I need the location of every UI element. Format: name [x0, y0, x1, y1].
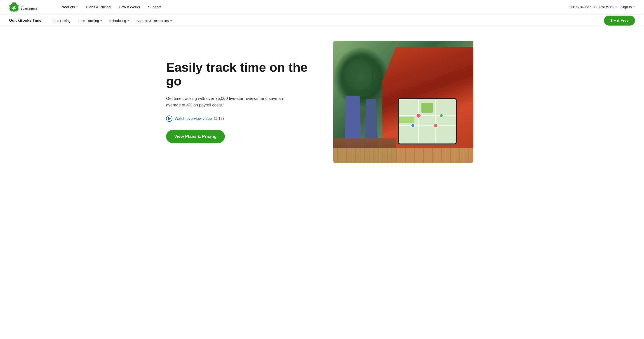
hero-image	[333, 41, 474, 163]
hero-superscript2: 2	[223, 102, 224, 105]
watch-video-text: Watch overview video (1:12)	[175, 116, 224, 121]
time-pricing-label: Time Pricing	[52, 19, 70, 22]
svg-rect-12	[398, 117, 414, 122]
watch-video-link[interactable]: Watch overview video (1:12)	[166, 116, 320, 122]
svg-point-17	[417, 114, 420, 117]
support-resources-label: Support & Resources	[136, 19, 169, 22]
tablet-map-display	[398, 99, 456, 144]
time-tracking-chevron-icon	[100, 20, 102, 21]
play-icon	[166, 116, 172, 122]
quickbooks-logo: qb	[9, 2, 19, 12]
plans-pricing-label: Plans & Pricing	[86, 5, 111, 9]
support-label: Support	[148, 5, 161, 9]
svg-rect-11	[422, 102, 433, 112]
background-greenery	[333, 47, 389, 108]
deck-area	[333, 148, 474, 163]
tablet-device	[398, 98, 456, 144]
svg-point-15	[411, 124, 415, 127]
sub-nav-brand[interactable]: QuickBooks Time	[9, 18, 41, 23]
scheduling-chevron-icon	[128, 20, 129, 21]
products-chevron-icon	[76, 6, 78, 8]
watch-video-label: Watch overview video	[175, 116, 212, 121]
sign-in-label: Sign in	[621, 5, 632, 9]
logo-area[interactable]: qb intuit quickbooks	[9, 2, 50, 12]
top-navigation: qb intuit quickbooks Products Plans & Pr…	[0, 0, 644, 14]
sub-nav-time-tracking[interactable]: Time Tracking	[74, 17, 105, 24]
hero-image-area	[333, 41, 474, 163]
top-nav-support[interactable]: Support	[145, 4, 164, 11]
support-resources-chevron-icon	[170, 20, 172, 21]
tablet-screen	[398, 99, 456, 144]
try-it-free-button[interactable]: Try it Free	[604, 16, 635, 26]
svg-text:qb: qb	[12, 5, 16, 10]
view-plans-pricing-button[interactable]: View Plans & Pricing	[166, 130, 225, 143]
top-nav-products[interactable]: Products	[58, 4, 81, 11]
svg-point-16	[440, 114, 443, 117]
svg-text:quickbooks: quickbooks	[21, 7, 37, 10]
sub-nav-time-pricing[interactable]: Time Pricing	[48, 17, 74, 24]
sub-nav-scheduling[interactable]: Scheduling	[106, 17, 132, 24]
top-nav-links: Products Plans & Pricing How it Works Su…	[58, 4, 569, 11]
hero-description-text1: Get time tracking with over 75,000 five-…	[166, 96, 258, 101]
top-nav-how-it-works[interactable]: How it Works	[116, 4, 143, 11]
intuit-quickbooks-wordmark: intuit quickbooks	[21, 4, 50, 10]
top-nav-plans-pricing[interactable]: Plans & Pricing	[83, 4, 114, 11]
top-nav-right: Talk to Sales: 1.888.836.2720 Sign in	[569, 5, 635, 9]
talk-to-sales-chevron-icon	[615, 6, 617, 8]
hero-section: Easily track time on the go Get time tra…	[152, 27, 492, 176]
sub-nav-links: Time Pricing Time Tracking Scheduling Su…	[48, 17, 604, 24]
sign-in-link[interactable]: Sign in	[621, 5, 635, 9]
hero-description: Get time tracking with over 75,000 five-…	[166, 95, 292, 108]
time-tracking-label: Time Tracking	[78, 19, 99, 22]
svg-point-18	[434, 124, 437, 127]
scheduling-label: Scheduling	[109, 19, 126, 22]
how-it-works-label: How it Works	[119, 5, 140, 9]
talk-to-sales-text: Talk to Sales: 1.888.836.2720	[569, 5, 614, 9]
hero-content: Easily track time on the go Get time tra…	[166, 60, 320, 143]
sub-nav-support-resources[interactable]: Support & Resources	[133, 17, 175, 24]
sub-navigation: QuickBooks Time Time Pricing Time Tracki…	[0, 14, 644, 27]
hero-title: Easily track time on the go	[166, 60, 320, 88]
sign-in-chevron-icon	[633, 6, 635, 8]
play-triangle-icon	[168, 117, 171, 120]
products-label: Products	[60, 5, 75, 9]
talk-to-sales[interactable]: Talk to Sales: 1.888.836.2720	[569, 5, 617, 9]
watch-video-duration: (1:12)	[214, 116, 224, 121]
